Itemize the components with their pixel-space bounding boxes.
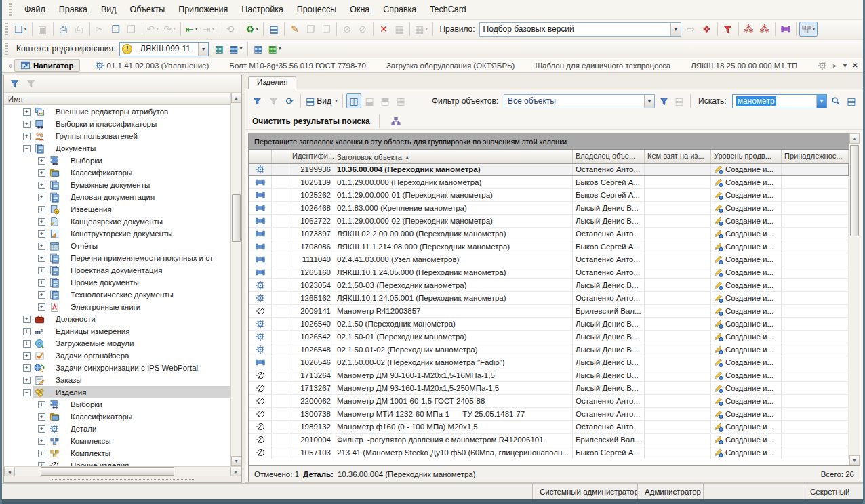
scroll-right-icon[interactable]: ► — [230, 467, 241, 476]
expand-plus-icon[interactable]: + — [38, 303, 45, 311]
edit-object-button[interactable]: ✎ — [287, 22, 302, 37]
object-filter-combobox[interactable]: Все объекты ▼ — [504, 94, 655, 108]
collapse-minus-icon[interactable]: − — [23, 145, 31, 152]
search-card-button[interactable]: ▤ — [844, 93, 859, 108]
table-row[interactable]: 1989132Манометр ф160 (0 - 100 МПа) М20х1… — [249, 421, 849, 434]
tree-item[interactable]: +Перечни применяемости покупных и ст — [4, 252, 230, 264]
filter-button[interactable] — [249, 93, 264, 108]
chevron-down-icon[interactable]: ▼ — [644, 95, 654, 108]
tab-scroll-right-icon[interactable]: ▹ — [830, 62, 840, 69]
window-tab[interactable]: test М1 Т — [812, 60, 830, 71]
tab-close-icon[interactable]: ✕ — [850, 62, 860, 69]
rule-combobox[interactable]: Подбор базовых версий ▼ — [479, 22, 681, 37]
tree-item[interactable]: +Прочие изделия — [4, 459, 230, 466]
context-create-button[interactable]: ▦▾ — [266, 41, 283, 56]
table-row[interactable]: 1713264Манометр ДМ 93-160-1-М20х1,5-16МП… — [249, 369, 849, 382]
expand-plus-icon[interactable]: + — [38, 279, 45, 287]
expand-plus-icon[interactable]: + — [23, 340, 31, 348]
copy-button[interactable]: ❐ — [108, 22, 123, 37]
chevron-down-icon[interactable]: ▼ — [816, 95, 826, 108]
grid-vertical-scrollbar[interactable]: ▲ ▼ — [849, 133, 860, 465]
tab-scroll-left-icon[interactable]: ◃ — [5, 62, 14, 69]
column-header-title[interactable]: Заголовок объекта ▲ — [334, 150, 573, 163]
scroll-down-icon[interactable]: ▼ — [849, 455, 860, 465]
expand-plus-icon[interactable]: + — [23, 377, 31, 384]
flange-view-button[interactable] — [778, 22, 793, 37]
collapse-structure-button[interactable]: ⁂ — [757, 22, 772, 37]
tree-item[interactable]: +Технологические документы — [4, 289, 230, 301]
expand-plus-icon[interactable]: + — [38, 243, 45, 250]
table-row[interactable]: 1708086ЛЯКШ.11.1.214.08.000 (Переходник … — [249, 240, 849, 253]
tree-item[interactable]: +Деловая документация — [4, 191, 230, 203]
expand-plus-icon[interactable]: + — [38, 438, 45, 445]
view-menu-button[interactable]: ▤ Вид ▾ — [304, 93, 339, 108]
scroll-up-icon[interactable]: ▲ — [849, 133, 860, 144]
delete-button[interactable]: ✕ — [376, 22, 391, 37]
table-row[interactable]: 102654002.1.50 (Переходник манометра)Лыс… — [249, 318, 849, 331]
tree-column-header[interactable]: Имя — [4, 93, 230, 105]
table-row[interactable]: 1265162ЛЯКШ.10.1.24.05.001 (Переходник м… — [249, 292, 849, 305]
table-row[interactable]: 106272201.1.29.00.000-02 (Переходник ман… — [249, 215, 849, 228]
tree-horizontal-scrollbar[interactable]: ◄ ► — [4, 466, 241, 476]
tree-item[interactable]: +Бумажные документы — [4, 179, 230, 191]
tree-item[interactable]: +Задачи синхронизации с IPS WebPortal — [4, 362, 230, 374]
table-row[interactable]: 1265160ЛЯКШ.10.1.24.05.000 (Переходник м… — [249, 266, 849, 279]
products-view-button[interactable]: ▾ — [799, 22, 818, 37]
scroll-up-icon[interactable]: ▲ — [231, 93, 241, 103]
search-combobox[interactable]: манометр ▼ — [732, 94, 827, 108]
expand-plus-icon[interactable]: + — [38, 450, 45, 457]
window-tab[interactable]: Навигатор — [14, 59, 80, 72]
expand-plus-icon[interactable]: + — [38, 169, 45, 177]
chevron-down-icon[interactable]: ▼ — [198, 43, 208, 56]
expand-plus-icon[interactable]: + — [38, 413, 45, 421]
table-row[interactable]: 102654802.1.50.01-02 (Переходник маномет… — [249, 343, 849, 356]
tree-item[interactable]: −Документы — [4, 142, 230, 154]
tree-item[interactable]: +Группы пользователей — [4, 130, 230, 142]
expand-plus-icon[interactable]: + — [23, 121, 31, 128]
tab-list-icon[interactable]: ▼ — [840, 62, 850, 69]
context-find-button[interactable]: ▦ — [251, 41, 266, 56]
expand-plus-icon[interactable]: + — [38, 401, 45, 408]
table-row[interactable]: 1300738Манометр МТИ-1232-60 МПа-1 ТУ 25.… — [249, 408, 849, 421]
scrollbar-thumb[interactable] — [232, 194, 241, 242]
column-header-level[interactable]: Уровень продв... — [711, 150, 782, 163]
tree-item[interactable]: +Загружаемые модули — [4, 337, 230, 350]
expand-plus-icon[interactable]: + — [38, 425, 45, 433]
expand-plus-icon[interactable]: + — [38, 255, 45, 262]
context-card-button[interactable]: ▦ — [212, 41, 226, 56]
menu-item[interactable]: Справка — [376, 3, 423, 16]
tree-filter-button[interactable] — [7, 77, 22, 91]
window-tab[interactable]: 01.1.41.02.003 (Уплотнение) — [89, 60, 215, 71]
refresh-view-button[interactable]: ⟳ — [282, 93, 297, 108]
table-row[interactable]: 2200062Манометр ДМ 1001-60-1,5 ГОСТ 2405… — [249, 395, 849, 408]
tree-item[interactable]: −Изделия — [4, 386, 230, 398]
scroll-down-icon[interactable]: ▼ — [231, 456, 241, 466]
table-row[interactable]: 102654602.1.50.00-02 (Переходник маномет… — [249, 356, 849, 369]
window-tab[interactable]: Загрузка оборудования (ОКТЯБРЬ) — [381, 61, 521, 70]
tree-item[interactable]: +Выборки — [4, 398, 230, 411]
menu-item[interactable]: Окна — [343, 3, 376, 16]
tree-item[interactable]: +Классификаторы — [4, 167, 230, 179]
tree-item[interactable]: +Внешние редакторы атрибутов — [4, 106, 230, 118]
expand-plus-icon[interactable]: + — [38, 218, 45, 226]
print-button[interactable]: ⎙ — [56, 22, 71, 37]
tree-item[interactable]: +Должности — [4, 313, 230, 325]
expand-plus-icon[interactable]: + — [38, 230, 45, 238]
tree-item[interactable]: +Классификаторы — [4, 411, 230, 423]
expand-plus-icon[interactable]: + — [38, 291, 45, 299]
object-card-button[interactable]: ▤ — [266, 22, 281, 37]
panel-splitter-handle[interactable] — [4, 476, 241, 482]
tree-item[interactable]: +Задачи органайзера — [4, 350, 230, 362]
tree-item[interactable]: +Выборки и классификаторы — [4, 118, 230, 130]
scrollbar-thumb[interactable] — [41, 467, 174, 476]
menu-item[interactable]: Объекты — [123, 3, 172, 16]
menu-item[interactable]: Процессы — [290, 3, 343, 16]
tree-item[interactable]: +Заказы — [4, 374, 230, 386]
take-to-edit-button[interactable]: ⇤▾ — [184, 22, 200, 37]
expand-plus-icon[interactable]: + — [23, 133, 31, 140]
column-header-belong[interactable]: Принадлежнос... — [782, 150, 849, 163]
object-relations-button[interactable]: ❖ — [700, 22, 715, 37]
table-row[interactable]: 111104002.4.41.03.000 (Узел манометров)О… — [249, 253, 849, 266]
expand-plus-icon[interactable]: + — [23, 364, 31, 372]
expand-plus-icon[interactable]: + — [38, 182, 45, 189]
